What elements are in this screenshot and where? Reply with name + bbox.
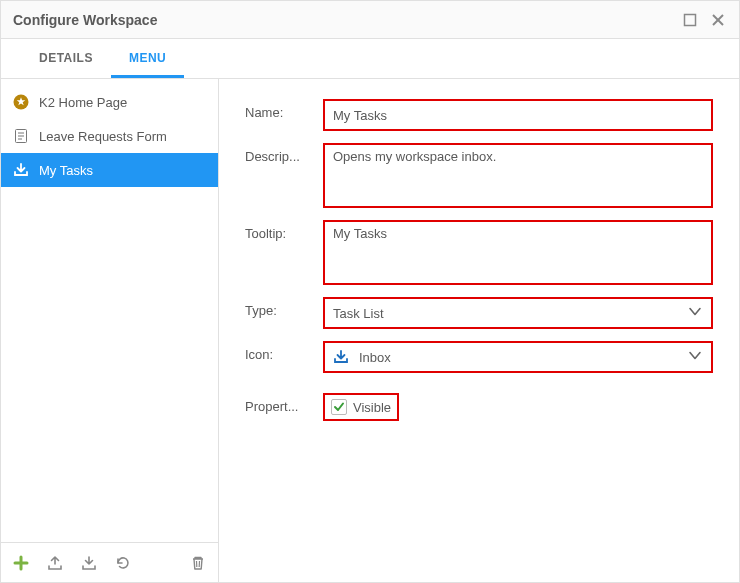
window-controls bbox=[681, 11, 727, 29]
row-properties: Propert... Visible bbox=[245, 393, 713, 421]
type-label: Type: bbox=[245, 297, 323, 318]
sidebar-list: K2 Home Page Leave Requests Form bbox=[1, 79, 218, 542]
tooltip-label: Tooltip: bbox=[245, 220, 323, 241]
description-input[interactable] bbox=[325, 145, 711, 203]
icon-label: Icon: bbox=[245, 341, 323, 362]
sidebar-item-leave-requests-form[interactable]: Leave Requests Form bbox=[1, 119, 218, 153]
close-icon bbox=[710, 12, 726, 28]
titlebar: Configure Workspace bbox=[1, 1, 739, 39]
star-circle-icon bbox=[13, 94, 29, 110]
check-icon bbox=[333, 401, 345, 413]
close-button[interactable] bbox=[709, 11, 727, 29]
type-value: Task List bbox=[333, 306, 384, 321]
checkbox-box bbox=[331, 399, 347, 415]
import-button[interactable] bbox=[79, 553, 99, 573]
tabs: DETAILS MENU bbox=[1, 39, 739, 79]
upload-icon bbox=[46, 554, 64, 572]
tooltip-input[interactable] bbox=[325, 222, 711, 280]
row-icon: Icon: Inbox bbox=[245, 341, 713, 373]
maximize-icon bbox=[683, 13, 697, 27]
row-type: Type: Task List bbox=[245, 297, 713, 329]
name-label: Name: bbox=[245, 99, 323, 120]
svg-rect-0 bbox=[685, 14, 696, 25]
download-icon bbox=[80, 554, 98, 572]
inbox-icon bbox=[13, 162, 29, 178]
dialog-body: K2 Home Page Leave Requests Form bbox=[1, 79, 739, 582]
row-tooltip: Tooltip: bbox=[245, 220, 713, 285]
sidebar-item-my-tasks[interactable]: My Tasks bbox=[1, 153, 218, 187]
trash-icon bbox=[189, 554, 207, 572]
form-icon bbox=[13, 128, 29, 144]
row-name: Name: bbox=[245, 99, 713, 131]
tab-menu[interactable]: MENU bbox=[111, 39, 184, 78]
sidebar-item-label: My Tasks bbox=[39, 163, 93, 178]
visible-checkbox[interactable]: Visible bbox=[323, 393, 399, 421]
visible-label: Visible bbox=[353, 400, 391, 415]
name-input[interactable] bbox=[325, 101, 711, 129]
export-button[interactable] bbox=[45, 553, 65, 573]
refresh-button[interactable] bbox=[113, 553, 133, 573]
chevron-down-icon bbox=[687, 304, 703, 323]
row-description: Descrip... bbox=[245, 143, 713, 208]
sidebar-item-label: Leave Requests Form bbox=[39, 129, 167, 144]
icon-select[interactable]: Inbox bbox=[325, 343, 711, 371]
tab-details[interactable]: DETAILS bbox=[21, 39, 111, 78]
chevron-down-icon bbox=[687, 348, 703, 367]
sidebar-toolbar bbox=[1, 542, 218, 582]
icon-value: Inbox bbox=[359, 350, 391, 365]
sidebar-item-label: K2 Home Page bbox=[39, 95, 127, 110]
refresh-icon bbox=[114, 554, 132, 572]
maximize-button[interactable] bbox=[681, 11, 699, 29]
properties-form: Name: Descrip... Tooltip: bbox=[219, 79, 739, 582]
dialog-title: Configure Workspace bbox=[13, 12, 157, 28]
type-select[interactable]: Task List bbox=[325, 299, 711, 327]
properties-label: Propert... bbox=[245, 393, 323, 414]
delete-button[interactable] bbox=[188, 553, 208, 573]
inbox-icon bbox=[333, 349, 349, 365]
sidebar: K2 Home Page Leave Requests Form bbox=[1, 79, 219, 582]
plus-icon bbox=[12, 554, 30, 572]
configure-workspace-dialog: Configure Workspace DETAILS MENU bbox=[0, 0, 740, 583]
sidebar-item-k2-home-page[interactable]: K2 Home Page bbox=[1, 85, 218, 119]
add-button[interactable] bbox=[11, 553, 31, 573]
description-label: Descrip... bbox=[245, 143, 323, 164]
